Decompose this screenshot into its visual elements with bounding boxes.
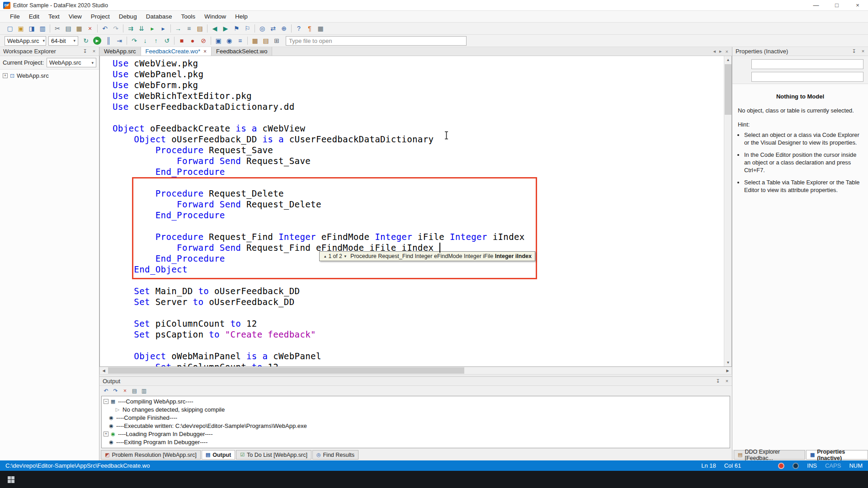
horizontal-scrollbar-thumb[interactable] (108, 367, 464, 374)
tree-item-webapp-src[interactable]: + ⊡ WebApp.src (2, 71, 97, 80)
delete-icon[interactable]: × (85, 23, 95, 33)
tab-close-icon[interactable]: × (203, 48, 207, 55)
cut-icon[interactable]: ✂ (52, 23, 63, 33)
next-bookmark-icon[interactable]: ⚐ (242, 23, 253, 33)
panel-tab-properties-inactive[interactable]: ▦Properties (Inactive) (806, 450, 868, 460)
breakpoints-window-icon[interactable]: ▣ (213, 36, 224, 46)
vertical-scrollbar[interactable]: ▲ ▼ (724, 56, 731, 366)
compile-all-icon[interactable]: ⇊ (136, 23, 147, 33)
menu-item-debug[interactable]: Debug (114, 11, 142, 22)
tab-scroll-left-icon[interactable]: ◂ (713, 48, 716, 54)
scroll-right-icon[interactable]: ▶ (724, 367, 731, 375)
compile-icon[interactable]: ⇉ (125, 23, 136, 33)
about-icon[interactable]: ¶ (304, 23, 315, 33)
bottom-tab-problem-resolution-webapp-src[interactable]: ◩Problem Resolution [WebApp.src] (101, 450, 201, 460)
open-file-icon[interactable]: ▣ (15, 23, 26, 33)
code-area[interactable]: Use cWebView.pkgUse cWebPanel.pkgUse cWe… (100, 56, 724, 366)
editor-tab-feedbackcreate-wo[interactable]: FeedbackCreate.wo*× (141, 47, 212, 56)
status-debug-icon[interactable] (793, 463, 799, 469)
locate-in-code-icon[interactable]: → (173, 23, 184, 33)
next-message-icon[interactable]: ↷ (111, 387, 120, 395)
scroll-down-icon[interactable]: ▼ (724, 359, 732, 366)
close-icon[interactable]: × (724, 378, 730, 384)
redo-icon[interactable]: ↷ (110, 23, 121, 33)
tree-expander-icon[interactable]: − (104, 399, 108, 404)
copy-all-icon[interactable]: ▥ (140, 387, 148, 395)
start-button[interactable] (0, 471, 22, 488)
menu-item-view[interactable]: View (64, 11, 86, 22)
object-selector-input[interactable] (751, 59, 863, 69)
scroll-up-icon[interactable]: ▲ (724, 56, 732, 64)
menu-item-project[interactable]: Project (86, 11, 114, 22)
project-combobox[interactable]: WebApp.src ▾ (5, 36, 46, 46)
bottom-tab-to-do-list-webapp-src[interactable]: ☑To Do List [WebApp.src] (236, 450, 311, 460)
tab-scroll-right-icon[interactable]: ▸ (719, 48, 722, 54)
panel-tab-ddo-explorer-feedbac[interactable]: ▤DDO Explorer [Feedbac... (734, 450, 805, 460)
step-into-icon[interactable]: ↓ (140, 36, 151, 46)
grid-view-icon[interactable]: ⊞ (271, 36, 282, 46)
find-in-files-icon[interactable]: ⊕ (278, 23, 289, 33)
close-button[interactable]: × (847, 0, 868, 10)
status-error-icon[interactable] (778, 463, 784, 469)
locals-window-icon[interactable]: ≡ (235, 36, 245, 46)
paste-icon[interactable]: ▦ (74, 23, 85, 33)
toggle-bookmark-icon[interactable]: ⚑ (231, 23, 242, 33)
close-icon[interactable]: × (91, 48, 97, 54)
editor-tab-webapp-src[interactable]: WebApp.src (99, 47, 141, 56)
close-icon[interactable]: × (860, 48, 866, 54)
pause-icon[interactable]: ║ (103, 36, 114, 46)
open-file-input[interactable] (286, 36, 467, 46)
menu-item-help[interactable]: Help (231, 11, 252, 22)
run-to-cursor-icon[interactable]: ⇥ (114, 36, 125, 46)
start-debugging-button[interactable]: ▶ (93, 37, 101, 45)
scroll-left-icon[interactable]: ◀ (100, 367, 108, 375)
table-explorer-icon[interactable]: ▦ (250, 36, 260, 46)
new-file-icon[interactable]: ▢ (5, 23, 15, 33)
clear-output-icon[interactable]: × (121, 387, 129, 395)
previous-message-icon[interactable]: ↶ (102, 387, 110, 395)
view-grid-icon[interactable]: ▦ (315, 23, 326, 33)
hint-up-icon[interactable]: ▴ (323, 254, 328, 258)
step-out-icon[interactable]: ↑ (151, 36, 161, 46)
undo-icon[interactable]: ↶ (99, 23, 110, 33)
code-explorer-icon[interactable]: ≡ (184, 23, 194, 33)
save-icon[interactable]: ◨ (26, 23, 37, 33)
menu-item-text[interactable]: Text (44, 11, 64, 22)
database-explorer-icon[interactable]: ▤ (194, 23, 205, 33)
help-icon[interactable]: ? (293, 23, 304, 33)
pin-icon[interactable]: ↧ (82, 48, 88, 54)
architecture-combobox[interactable]: 64-bit ▾ (48, 36, 78, 46)
vertical-scrollbar-thumb[interactable] (725, 64, 731, 115)
data-dictionary-icon[interactable]: ▤ (260, 36, 271, 46)
save-all-icon[interactable]: ▥ (37, 23, 48, 33)
bottom-tab-find-results[interactable]: ◎Find Results (312, 450, 359, 460)
bottom-tab-output[interactable]: ▤Output (202, 450, 235, 460)
menu-item-file[interactable]: File (5, 11, 24, 22)
refresh-icon[interactable]: ↻ (80, 36, 91, 46)
property-filter-input[interactable] (751, 72, 863, 82)
code-editor[interactable]: Use cWebView.pkgUse cWebPanel.pkgUse cWe… (99, 56, 732, 367)
current-project-combobox[interactable]: WebApp.src ▾ (47, 58, 96, 67)
replace-icon[interactable]: ⇄ (268, 23, 278, 33)
hint-down-icon[interactable]: ▾ (343, 254, 348, 258)
find-icon[interactable]: ◎ (257, 23, 268, 33)
step-over-icon[interactable]: ↷ (129, 36, 140, 46)
copy-icon[interactable]: ▤ (63, 23, 74, 33)
restart-icon[interactable]: ↺ (161, 36, 172, 46)
menu-item-edit[interactable]: Edit (24, 11, 44, 22)
toggle-breakpoint-icon[interactable]: ● (187, 36, 198, 46)
navigate-back-icon[interactable]: ◀ (209, 23, 220, 33)
pin-icon[interactable]: ↧ (851, 48, 857, 54)
editor-tab-feedbackselect-wo[interactable]: FeedbackSelect.wo (212, 47, 272, 56)
menu-item-database[interactable]: Database (142, 11, 177, 22)
copy-selected-icon[interactable]: ▤ (130, 387, 139, 395)
tree-expander-icon[interactable]: + (104, 432, 108, 436)
clear-breakpoints-icon[interactable]: ⊘ (198, 36, 209, 46)
maximize-button[interactable]: □ (826, 0, 847, 10)
navigate-forward-icon[interactable]: ▶ (220, 23, 231, 33)
run-program-icon[interactable]: ▸ (147, 23, 158, 33)
stop-debugging-icon[interactable]: ■ (176, 36, 187, 46)
output-log[interactable]: −▦----Compiling WebApp.src----▷No change… (101, 396, 730, 448)
menu-item-window[interactable]: Window (200, 11, 231, 22)
menu-item-tools[interactable]: Tools (176, 11, 200, 22)
